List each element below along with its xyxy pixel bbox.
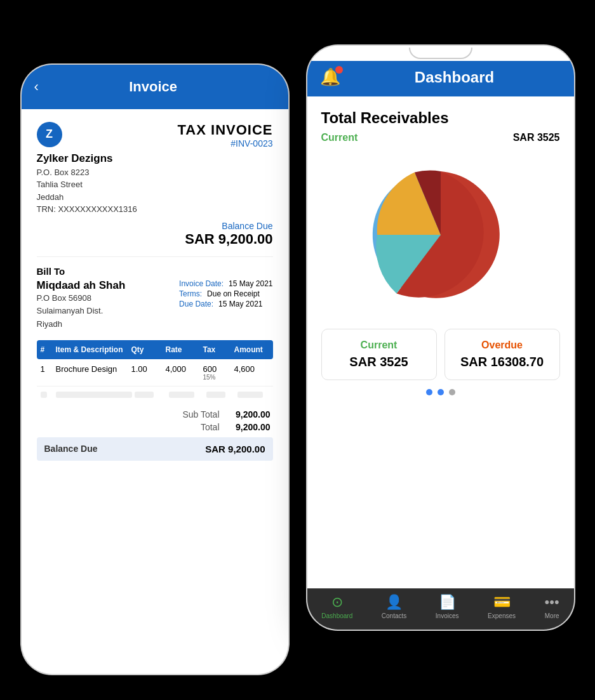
overdue-card-label: Overdue bbox=[481, 340, 523, 351]
dot-1 bbox=[426, 389, 432, 395]
phone-dashboard: 🔔 Dashboard Total Receivables Current SA… bbox=[307, 46, 574, 630]
col-rate: Rate bbox=[166, 345, 201, 354]
table-row: 1 Brochure Design 1.00 4,000 600 15% 4,6… bbox=[37, 359, 273, 386]
bottom-cards: Current SAR 3525 Overdue SAR 16308.70 bbox=[321, 329, 560, 380]
balance-block: Balance Due SAR 9,200.00 bbox=[37, 221, 273, 248]
scene: ‹ Invoice Z TAX INVOICE #INV-0023 Zylker… bbox=[0, 0, 595, 700]
current-card-value: SAR 3525 bbox=[349, 355, 408, 369]
dot-3 bbox=[449, 389, 455, 395]
total-receivables-title: Total Receivables bbox=[321, 109, 560, 127]
dashboard-header: 🔔 Dashboard bbox=[307, 61, 574, 96]
row-num: 1 bbox=[41, 364, 53, 381]
balance-due-value: SAR 9,200.00 bbox=[205, 444, 265, 454]
phone-invoice: ‹ Invoice Z TAX INVOICE #INV-0023 Zylker… bbox=[22, 65, 288, 674]
balance-amount: SAR 9,200.00 bbox=[37, 231, 273, 248]
back-button[interactable]: ‹ bbox=[34, 79, 39, 95]
invoices-icon: 📄 bbox=[439, 594, 456, 611]
more-nav-label: More bbox=[545, 612, 559, 619]
row-tax: 600 15% bbox=[203, 364, 232, 381]
dashboard-icon: ⊙ bbox=[331, 594, 343, 611]
company-logo: Z bbox=[37, 122, 62, 147]
company-address: P.O. Box 8223 Tahlia Street Jeddah TRN: … bbox=[37, 166, 273, 216]
row-amount: 4,600 bbox=[234, 364, 269, 381]
total-row: Total 9,200.00 bbox=[37, 422, 273, 432]
terms-row: Terms: Due on Receipt bbox=[179, 289, 272, 298]
col-amount: Amount bbox=[234, 345, 269, 354]
sub-total-row: Sub Total 9,200.00 bbox=[37, 409, 273, 419]
invoice-date-row: Invoice Date: 15 May 2021 bbox=[179, 279, 272, 288]
bottom-nav: ⊙ Dashboard 👤 Contacts 📄 Invoices 💳 Expe… bbox=[307, 588, 574, 630]
nav-invoices[interactable]: 📄 Invoices bbox=[436, 594, 459, 619]
overdue-card-value: SAR 16308.70 bbox=[460, 355, 544, 369]
invoice-title-block: TAX INVOICE #INV-0023 bbox=[178, 122, 273, 149]
blurred-row bbox=[37, 386, 273, 403]
current-row: Current SAR 3525 bbox=[321, 132, 560, 143]
notch bbox=[409, 48, 472, 59]
balance-due-bar: Balance Due SAR 9,200.00 bbox=[37, 437, 273, 461]
notification-icon[interactable]: 🔔 bbox=[320, 67, 340, 88]
bill-left: Miqdaad ah Shah P.O Box 56908 Sulaimanya… bbox=[37, 279, 126, 331]
totals-section: Sub Total 9,200.00 Total 9,200.00 bbox=[37, 409, 273, 432]
dashboard-nav-label: Dashboard bbox=[321, 612, 352, 619]
invoice-header-title: Invoice bbox=[46, 79, 260, 95]
overdue-card[interactable]: Overdue SAR 16308.70 bbox=[445, 329, 560, 380]
company-name: Zylker Dezigns bbox=[37, 152, 273, 165]
nav-expenses[interactable]: 💳 Expenses bbox=[488, 594, 516, 619]
invoice-title: TAX INVOICE bbox=[178, 122, 273, 138]
bill-section: Miqdaad ah Shah P.O Box 56908 Sulaimanya… bbox=[37, 279, 273, 331]
pie-chart-actual bbox=[358, 159, 523, 311]
nav-contacts[interactable]: 👤 Contacts bbox=[382, 594, 406, 619]
dot-2 bbox=[438, 389, 444, 395]
divider-1 bbox=[37, 256, 273, 257]
col-item: Item & Description bbox=[56, 345, 129, 354]
col-num: # bbox=[41, 345, 53, 354]
client-address: P.O Box 56908 Sulaimanyah Dist. Riyadh bbox=[37, 292, 126, 331]
expenses-nav-label: Expenses bbox=[488, 612, 516, 619]
page-dots bbox=[321, 380, 560, 399]
current-label: Current bbox=[321, 132, 358, 143]
pie-chart-container bbox=[321, 152, 560, 324]
invoice-body: Z TAX INVOICE #INV-0023 Zylker Dezigns P… bbox=[22, 109, 288, 674]
notification-badge bbox=[335, 66, 343, 74]
col-qty: Qty bbox=[131, 345, 163, 354]
dashboard-body: Total Receivables Current SAR 3525 bbox=[307, 96, 574, 588]
nav-more[interactable]: ••• More bbox=[545, 594, 559, 619]
balance-due-label: Balance Due bbox=[44, 444, 98, 454]
row-qty: 1.00 bbox=[131, 364, 163, 381]
due-date-row: Due Date: 15 May 2021 bbox=[179, 300, 272, 308]
invoice-number: #INV-0023 bbox=[178, 138, 273, 149]
bill-right: Invoice Date: 15 May 2021 Terms: Due on … bbox=[179, 279, 272, 310]
expenses-icon: 💳 bbox=[493, 594, 511, 611]
more-icon: ••• bbox=[545, 594, 559, 611]
nav-dashboard[interactable]: ⊙ Dashboard bbox=[321, 594, 352, 619]
bill-to-label: Bill To bbox=[37, 266, 273, 277]
invoice-table-header: # Item & Description Qty Rate Tax Amount bbox=[37, 340, 273, 359]
invoice-top: Z TAX INVOICE #INV-0023 bbox=[37, 122, 273, 149]
current-amount: SAR 3525 bbox=[513, 132, 560, 143]
dashboard-title: Dashboard bbox=[348, 69, 561, 86]
client-name: Miqdaad ah Shah bbox=[37, 279, 126, 292]
row-item: Brochure Design bbox=[56, 364, 129, 381]
invoices-nav-label: Invoices bbox=[436, 612, 459, 619]
col-tax: Tax bbox=[203, 345, 232, 354]
current-card-label: Current bbox=[361, 340, 398, 351]
current-card[interactable]: Current SAR 3525 bbox=[321, 329, 437, 380]
notch-bar bbox=[307, 46, 574, 61]
row-rate: 4,000 bbox=[166, 364, 201, 381]
invoice-header: ‹ Invoice bbox=[22, 65, 288, 109]
balance-label: Balance Due bbox=[37, 221, 273, 231]
contacts-nav-label: Contacts bbox=[382, 612, 406, 619]
contacts-icon: 👤 bbox=[385, 594, 403, 611]
